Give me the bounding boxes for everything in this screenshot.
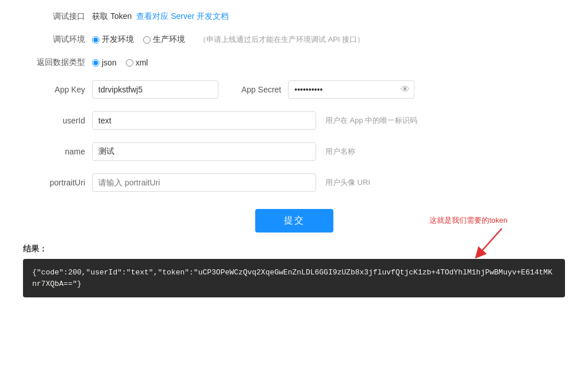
name-label: name [23,147,92,156]
return-type-label: 返回数据类型 [23,57,92,68]
result-section: 这就是我们需要的token 结果： {"code":200,"userId":"… [23,244,565,297]
app-key-input[interactable] [92,80,218,99]
userid-label: userId [23,116,92,125]
app-secret-input[interactable] [288,80,414,99]
result-box: {"code":200,"userId":"text","token":"uCP… [23,259,565,297]
prod-env-radio[interactable] [143,36,151,44]
name-row: name 用户名称 [23,142,565,161]
name-hint: 用户名称 [325,146,355,157]
return-type-row: 返回数据类型 json xml [23,57,565,68]
userid-row: userId 用户在 App 中的唯一标识码 [23,111,565,130]
prod-env-option[interactable]: 生产环境 [143,34,185,45]
prod-env-hint: （申请上线通过后才能在生产环境调试 API 接口） [199,34,364,45]
annotation-container: 这就是我们需要的token [429,215,508,260]
dev-env-option[interactable]: 开发环境 [92,34,134,45]
debug-interface-label: 调试接口 [23,11,92,22]
env-radio-group: 开发环境 生产环境 （申请上线通过后才能在生产环境调试 API 接口） [92,34,364,45]
portrait-uri-label: portraitUri [23,178,92,187]
dev-env-radio[interactable] [92,36,99,44]
debug-interface-row: 调试接口 获取 Token 查看对应 Server 开发文档 [23,11,565,22]
server-doc-link[interactable]: 查看对应 Server 开发文档 [136,11,229,22]
userid-hint: 用户在 App 中的唯一标识码 [325,115,417,126]
prod-env-label: 生产环境 [153,34,185,45]
portrait-uri-input[interactable] [92,173,316,192]
param-rows: userId 用户在 App 中的唯一标识码 name 用户名称 portrai… [23,111,565,192]
xml-option[interactable]: xml [126,58,148,67]
portrait-uri-row: portraitUri 用户头像 URI [23,173,565,192]
dev-env-label: 开发环境 [102,34,134,45]
json-label: json [102,58,117,67]
app-secret-wrapper: App Secret 👁 [241,80,414,99]
debug-env-row: 调试环境 开发环境 生产环境 （申请上线通过后才能在生产环境调试 API 接口） [23,34,565,45]
app-credentials-row: App Key App Secret 👁 [23,80,565,99]
xml-label: xml [136,58,148,67]
return-type-radio-group: json xml [92,58,148,67]
annotation-text: 这就是我们需要的token [429,216,508,224]
debug-env-label: 调试环境 [23,34,92,45]
app-secret-label: App Secret [241,85,281,94]
app-key-label: App Key [23,85,92,94]
json-radio[interactable] [92,59,99,67]
userid-input[interactable] [92,111,316,130]
arrow-icon [473,226,508,260]
name-input[interactable] [92,142,316,161]
json-option[interactable]: json [92,58,117,67]
app-secret-input-wrap: 👁 [288,80,414,99]
xml-radio[interactable] [126,59,133,67]
submit-button[interactable]: 提交 [255,209,333,233]
portrait-uri-hint: 用户头像 URI [325,177,370,188]
svg-line-1 [479,228,502,254]
get-token-label: 获取 Token [92,11,132,22]
eye-icon[interactable]: 👁 [401,84,410,95]
